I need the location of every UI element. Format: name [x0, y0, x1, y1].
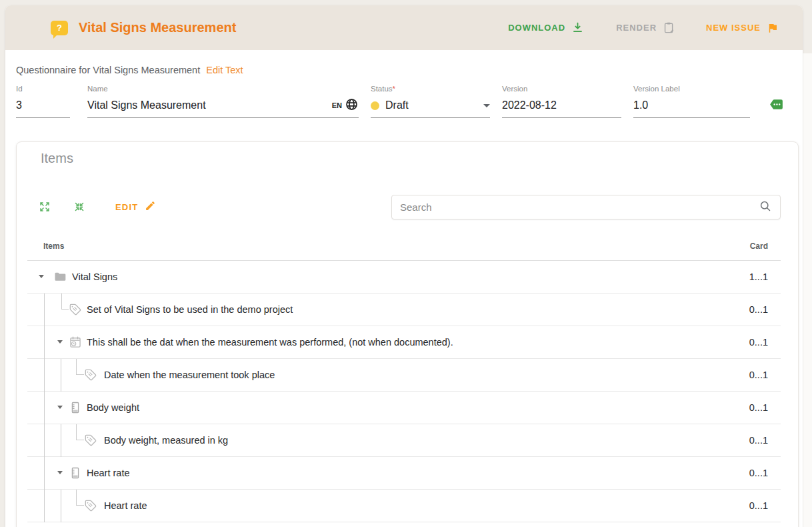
table-row[interactable]: Vital Signs 1...1 [27, 261, 781, 294]
edit-text-link[interactable]: Edit Text [206, 65, 243, 75]
language-code: EN [332, 101, 342, 109]
item-label: Body weight [87, 402, 139, 413]
item-label: Set of Vital Signs to be used in the dem… [87, 304, 293, 315]
tag-icon [84, 368, 97, 382]
id-field[interactable]: Id 3 [16, 85, 70, 118]
render-icon [663, 21, 675, 34]
version-field-label: Version [502, 85, 621, 94]
table-row[interactable]: This shall be the dat when the measureme… [27, 326, 781, 359]
tag-icon [69, 303, 82, 316]
page-title: Vital Signs Measurement [79, 20, 236, 35]
item-cardinality: 1...1 [749, 272, 768, 282]
dropdown-caret-icon [483, 104, 490, 107]
version-field-value: 2022-08-12 [502, 98, 621, 113]
app-header: ? Vital Signs Measurement DOWNLOAD RENDE… [5, 5, 803, 50]
globe-icon[interactable] [345, 97, 359, 114]
item-cardinality: 0...1 [749, 337, 768, 348]
version-label-field-value: 1.0 [633, 98, 750, 113]
item-cardinality: 0...1 [749, 468, 768, 478]
name-field[interactable]: Name Vital Signs Measurement EN [87, 85, 359, 118]
measure-icon [69, 401, 82, 414]
required-asterisk: * [393, 85, 395, 93]
item-cardinality: 0...1 [749, 304, 768, 315]
status-field-label: Status [371, 85, 393, 93]
collapse-caret-icon[interactable] [57, 406, 63, 409]
new-issue-button-label: NEW ISSUE [706, 23, 761, 33]
items-panel-title: Items [41, 151, 73, 166]
table-row[interactable]: Body weight 0...1 [27, 392, 781, 424]
search-box [391, 195, 781, 219]
table-header: Items Card [27, 231, 781, 261]
new-issue-button[interactable]: NEW ISSUE [706, 22, 779, 34]
collapse-caret-icon[interactable] [39, 275, 44, 278]
item-cardinality: 0...1 [749, 370, 768, 380]
table-row[interactable]: Date when the measurement took place 0..… [27, 359, 781, 392]
table-row[interactable]: Heart rate 0...1 [27, 457, 781, 490]
column-header-items: Items [43, 241, 64, 251]
table-row[interactable]: Set of Vital Signs to be used in the dem… [27, 294, 781, 326]
tag-icon [84, 499, 97, 512]
version-field[interactable]: Version 2022-08-12 [502, 85, 621, 118]
id-field-label: Id [16, 85, 70, 94]
download-icon [571, 21, 584, 34]
search-input[interactable] [400, 201, 759, 213]
column-header-card: Card [750, 241, 768, 251]
download-button-label: DOWNLOAD [508, 23, 565, 33]
item-label: Heart rate [87, 468, 129, 478]
folder-icon [53, 270, 67, 284]
items-tree-table: Vital Signs 1...1 Set of Vital Signs to … [27, 261, 781, 522]
item-cardinality: 0...1 [749, 402, 768, 413]
collapse-caret-icon[interactable] [57, 471, 63, 474]
item-label: Body weight, measured in kg [104, 435, 228, 446]
table-row[interactable]: Heart rate 0...1 [27, 490, 781, 522]
edit-button-label: EDIT [115, 202, 138, 212]
label-ellipsis-icon[interactable] [768, 97, 785, 114]
version-label-field[interactable]: Version Label 1.0 [633, 85, 750, 118]
items-panel: Items EDIT Items Card [16, 141, 799, 527]
metadata-form: Id 3 Name Vital Signs Measurement EN Sta… [5, 85, 803, 125]
measure-icon [69, 466, 82, 480]
item-label: This shall be the dat when the measureme… [87, 337, 453, 348]
item-cardinality: 0...1 [749, 500, 768, 511]
item-label: Vital Signs [72, 272, 117, 282]
name-field-value: Vital Signs Measurement [87, 99, 206, 111]
status-field-value: Draft [385, 99, 409, 111]
id-field-value: 3 [16, 98, 70, 113]
search-icon[interactable] [759, 199, 772, 215]
download-button[interactable]: DOWNLOAD [508, 21, 584, 34]
page-scrollbar[interactable] [803, 53, 812, 527]
questionnaire-subtitle: Questionnaire for Vital Signs Measuremen… [16, 65, 243, 75]
pencil-icon [145, 200, 156, 213]
item-label: Date when the measurement took place [104, 370, 275, 380]
item-cardinality: 0...1 [749, 435, 768, 446]
status-draft-dot [371, 101, 379, 110]
name-field-label: Name [87, 85, 359, 94]
main-content-card: ? Vital Signs Measurement DOWNLOAD RENDE… [5, 5, 803, 527]
subtitle-text: Questionnaire for Vital Signs Measuremen… [16, 65, 200, 75]
render-button-label: RENDER [616, 23, 657, 33]
collapse-caret-icon[interactable] [57, 340, 63, 344]
flag-icon [767, 22, 779, 34]
status-select[interactable]: Status* Draft [371, 85, 490, 118]
calendar-clock-icon [69, 336, 82, 349]
tag-icon [84, 434, 97, 447]
chat-question-icon: ? [51, 21, 68, 35]
render-button[interactable]: RENDER [616, 21, 675, 34]
collapse-all-icon[interactable] [70, 195, 89, 219]
version-label-field-label: Version Label [633, 85, 750, 94]
edit-button[interactable]: EDIT [115, 195, 156, 219]
expand-all-icon[interactable] [35, 195, 54, 219]
item-label: Heart rate [104, 500, 147, 511]
table-row[interactable]: Body weight, measured in kg 0...1 [27, 424, 781, 457]
